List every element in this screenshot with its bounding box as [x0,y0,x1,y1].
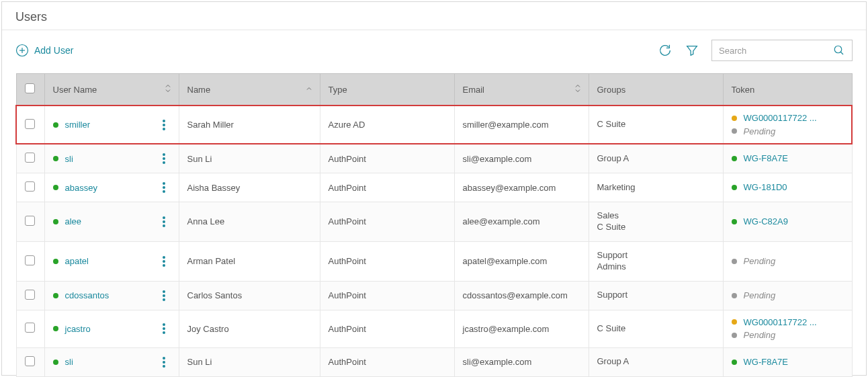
svg-point-3 [834,46,842,53]
header-email[interactable]: Email [454,74,589,106]
token-cell: Pending [723,241,852,281]
row-checkbox[interactable] [25,356,35,366]
groups-cell: Group A [589,347,723,376]
token-status-dot-icon [732,185,737,190]
header-groups[interactable]: Groups [589,74,723,106]
row-checkbox[interactable] [25,255,35,265]
row-checkbox[interactable] [25,290,35,300]
refresh-icon [658,43,672,58]
table-header-row: User Name Name Type [16,74,852,106]
token-status-dot-icon [732,319,737,325]
row-checkbox-cell [16,241,44,281]
token-status-dot-icon [732,333,737,338]
token-entry: WG-F8A7E [732,152,844,165]
row-actions-kebab[interactable] [160,253,168,269]
search-box[interactable] [711,40,853,61]
type-cell: AuthPoint [320,144,454,173]
username-link[interactable]: apatel [65,256,89,266]
token-status-dot-icon [732,259,737,264]
type-cell: AuthPoint [320,281,454,310]
users-table: User Name Name Type [15,73,853,377]
email-cell: smiller@example.com [454,106,589,144]
name-cell: Arman Patel [179,241,320,281]
username-cell: apatel [44,241,179,281]
sort-asc-icon [305,85,313,95]
groups-cell: Support Admins [589,241,723,281]
row-actions-kebab[interactable] [160,288,168,304]
status-dot-icon [53,156,58,161]
token-link[interactable]: WG0000117722 ... [744,316,817,329]
row-checkbox[interactable] [25,153,35,163]
token-entry: WG0000117722 ... [732,316,844,329]
username-link[interactable]: abassey [65,183,97,193]
token-link[interactable]: WG-C82A9 [744,215,788,228]
username-cell: cdossantos [44,281,179,310]
token-cell: WG0000117722 ...Pending [723,310,852,347]
row-checkbox[interactable] [25,119,35,129]
token-entry: Pending [732,329,844,342]
row-actions-kebab[interactable] [160,321,168,337]
groups-cell: Sales C Suite [589,202,723,242]
search-input[interactable] [719,46,833,56]
username-link[interactable]: cdossantos [65,290,110,300]
table-row: smillerSarah MillerAzure ADsmiller@examp… [16,106,852,144]
header-name[interactable]: Name [179,74,320,106]
token-link[interactable]: WG0000117722 ... [744,112,817,125]
name-cell: Joy Castro [179,310,320,347]
row-checkbox-cell [16,144,44,173]
row-checkbox-cell [16,202,44,242]
username-cell: sli [44,347,179,376]
row-actions-kebab[interactable] [160,214,168,230]
row-actions-kebab[interactable] [160,179,168,196]
username-cell: alee [44,202,179,242]
row-checkbox[interactable] [25,216,35,226]
groups-cell: Group A [589,144,723,173]
row-actions-kebab[interactable] [160,151,168,167]
token-cell: WG-C82A9 [723,202,852,242]
token-status-dot-icon [732,128,737,134]
token-cell: WG-181D0 [723,173,852,202]
filter-icon [685,43,699,58]
header-token[interactable]: Token [723,74,852,106]
username-cell: sli [44,144,179,173]
token-status-dot-icon [732,116,737,121]
token-link[interactable]: WG-F8A7E [744,152,788,165]
header-username[interactable]: User Name [44,74,179,106]
row-checkbox[interactable] [25,181,35,192]
groups-cell: C Suite [589,106,723,144]
svg-line-4 [840,52,843,54]
email-cell: sli@example.com [454,347,589,376]
row-actions-kebab[interactable] [160,354,168,370]
header-type[interactable]: Type [320,74,454,106]
email-cell: jcastro@example.com [454,310,589,347]
row-actions-kebab[interactable] [160,117,168,133]
token-link[interactable]: WG-F8A7E [744,355,788,369]
plus-circle-icon [15,44,29,57]
username-cell: jcastro [44,310,179,347]
table-row: abasseyAisha BasseyAuthPointabassey@exam… [16,173,852,202]
token-pending-label: Pending [744,329,776,342]
select-all-checkbox[interactable] [25,83,35,93]
username-link[interactable]: sli [65,154,73,164]
refresh-button[interactable] [658,43,672,58]
username-link[interactable]: sli [65,357,73,367]
token-cell: WG-F8A7E [723,347,852,376]
token-status-dot-icon [732,219,737,224]
token-link[interactable]: WG-181D0 [744,181,787,194]
email-cell: alee@example.com [454,202,589,242]
add-user-button[interactable]: Add User [15,44,73,57]
token-entry: Pending [732,125,844,138]
email-cell: cdossantos@example.com [454,281,589,310]
email-cell: apatel@example.com [454,241,589,281]
token-entry: WG-C82A9 [732,215,844,228]
header-checkbox-cell [16,74,44,106]
token-cell: Pending [723,281,852,310]
sort-updown-icon [574,83,582,96]
username-link[interactable]: jcastro [65,324,91,334]
row-checkbox[interactable] [25,323,35,333]
username-link[interactable]: alee [65,216,82,226]
username-link[interactable]: smiller [65,120,91,130]
filter-button[interactable] [685,43,699,58]
token-entry: Pending [732,255,844,268]
groups-cell: Marketing [589,173,723,202]
